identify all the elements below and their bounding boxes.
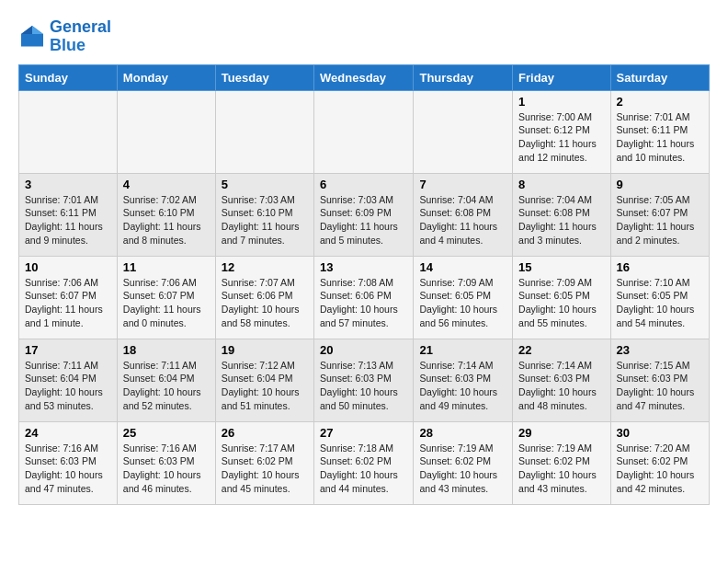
- header-day-wednesday: Wednesday: [314, 64, 414, 90]
- svg-marker-1: [32, 26, 43, 34]
- day-detail: Sunrise: 7:16 AM Sunset: 6:03 PM Dayligh…: [25, 442, 111, 496]
- calendar-cell: [19, 90, 118, 173]
- calendar-cell: 15Sunrise: 7:09 AM Sunset: 6:05 PM Dayli…: [513, 256, 610, 339]
- calendar-cell: 18Sunrise: 7:11 AM Sunset: 6:04 PM Dayli…: [117, 339, 215, 421]
- header-day-friday: Friday: [513, 64, 610, 90]
- calendar-cell: [215, 90, 313, 173]
- day-number: 24: [25, 426, 111, 440]
- day-number: 18: [123, 343, 210, 357]
- calendar-cell: 9Sunrise: 7:05 AM Sunset: 6:07 PM Daylig…: [610, 173, 709, 256]
- calendar-cell: 14Sunrise: 7:09 AM Sunset: 6:05 PM Dayli…: [414, 256, 513, 339]
- day-number: 29: [518, 426, 604, 440]
- day-detail: Sunrise: 7:03 AM Sunset: 6:10 PM Dayligh…: [222, 193, 308, 247]
- day-number: 5: [222, 178, 308, 191]
- calendar-cell: 19Sunrise: 7:12 AM Sunset: 6:04 PM Dayli…: [215, 339, 313, 421]
- week-row-5: 24Sunrise: 7:16 AM Sunset: 6:03 PM Dayli…: [19, 421, 710, 504]
- day-number: 28: [419, 426, 506, 440]
- week-row-3: 10Sunrise: 7:06 AM Sunset: 6:07 PM Dayli…: [19, 256, 710, 339]
- calendar-cell: 4Sunrise: 7:02 AM Sunset: 6:10 PM Daylig…: [117, 173, 215, 256]
- day-detail: Sunrise: 7:06 AM Sunset: 6:07 PM Dayligh…: [123, 276, 210, 330]
- week-row-2: 3Sunrise: 7:01 AM Sunset: 6:11 PM Daylig…: [19, 173, 710, 256]
- day-number: 22: [518, 343, 604, 357]
- day-number: 12: [222, 260, 308, 274]
- week-row-1: 1Sunrise: 7:00 AM Sunset: 6:12 PM Daylig…: [19, 90, 710, 173]
- header-day-tuesday: Tuesday: [215, 64, 313, 90]
- calendar-cell: 20Sunrise: 7:13 AM Sunset: 6:03 PM Dayli…: [314, 339, 414, 421]
- calendar-cell: 10Sunrise: 7:06 AM Sunset: 6:07 PM Dayli…: [19, 256, 118, 339]
- day-detail: Sunrise: 7:13 AM Sunset: 6:03 PM Dayligh…: [320, 359, 407, 413]
- day-number: 2: [617, 95, 703, 109]
- day-detail: Sunrise: 7:07 AM Sunset: 6:06 PM Dayligh…: [222, 276, 308, 330]
- calendar-cell: 7Sunrise: 7:04 AM Sunset: 6:08 PM Daylig…: [414, 173, 513, 256]
- day-detail: Sunrise: 7:01 AM Sunset: 6:11 PM Dayligh…: [617, 110, 703, 165]
- logo-icon: [18, 23, 46, 51]
- day-detail: Sunrise: 7:06 AM Sunset: 6:07 PM Dayligh…: [25, 276, 111, 330]
- week-row-4: 17Sunrise: 7:11 AM Sunset: 6:04 PM Dayli…: [19, 339, 710, 421]
- calendar-cell: 2Sunrise: 7:01 AM Sunset: 6:11 PM Daylig…: [610, 90, 709, 173]
- day-number: 25: [123, 426, 210, 440]
- day-number: 30: [617, 426, 703, 440]
- calendar-cell: 17Sunrise: 7:11 AM Sunset: 6:04 PM Dayli…: [19, 339, 118, 421]
- logo: General Blue: [18, 18, 111, 55]
- day-detail: Sunrise: 7:02 AM Sunset: 6:10 PM Dayligh…: [123, 193, 210, 247]
- day-detail: Sunrise: 7:05 AM Sunset: 6:07 PM Dayligh…: [617, 193, 703, 247]
- calendar-cell: 25Sunrise: 7:16 AM Sunset: 6:03 PM Dayli…: [117, 421, 215, 504]
- day-number: 10: [25, 260, 111, 274]
- day-number: 20: [320, 343, 407, 357]
- day-number: 15: [518, 260, 604, 274]
- calendar-cell: 5Sunrise: 7:03 AM Sunset: 6:10 PM Daylig…: [215, 173, 313, 256]
- day-detail: Sunrise: 7:16 AM Sunset: 6:03 PM Dayligh…: [123, 442, 210, 496]
- calendar-cell: 8Sunrise: 7:04 AM Sunset: 6:08 PM Daylig…: [513, 173, 610, 256]
- calendar-cell: [117, 90, 215, 173]
- day-number: 23: [617, 343, 703, 357]
- day-number: 3: [25, 178, 111, 191]
- day-number: 21: [419, 343, 506, 357]
- day-detail: Sunrise: 7:00 AM Sunset: 6:12 PM Dayligh…: [518, 110, 604, 165]
- day-number: 6: [320, 178, 407, 191]
- day-detail: Sunrise: 7:18 AM Sunset: 6:02 PM Dayligh…: [320, 442, 407, 496]
- day-detail: Sunrise: 7:20 AM Sunset: 6:02 PM Dayligh…: [617, 442, 703, 496]
- page-header: General Blue: [18, 18, 710, 55]
- header-row: SundayMondayTuesdayWednesdayThursdayFrid…: [19, 64, 710, 90]
- day-number: 14: [419, 260, 506, 274]
- calendar-cell: 21Sunrise: 7:14 AM Sunset: 6:03 PM Dayli…: [414, 339, 513, 421]
- logo-text: General Blue: [50, 18, 111, 55]
- day-number: 4: [123, 178, 210, 191]
- calendar-cell: 24Sunrise: 7:16 AM Sunset: 6:03 PM Dayli…: [19, 421, 118, 504]
- calendar-cell: 1Sunrise: 7:00 AM Sunset: 6:12 PM Daylig…: [513, 90, 610, 173]
- calendar-cell: 16Sunrise: 7:10 AM Sunset: 6:05 PM Dayli…: [610, 256, 709, 339]
- calendar-cell: 11Sunrise: 7:06 AM Sunset: 6:07 PM Dayli…: [117, 256, 215, 339]
- calendar-cell: 30Sunrise: 7:20 AM Sunset: 6:02 PM Dayli…: [610, 421, 709, 504]
- day-number: 13: [320, 260, 407, 274]
- day-number: 9: [617, 178, 703, 191]
- calendar-cell: [414, 90, 513, 173]
- day-detail: Sunrise: 7:15 AM Sunset: 6:03 PM Dayligh…: [617, 359, 703, 413]
- calendar-cell: 26Sunrise: 7:17 AM Sunset: 6:02 PM Dayli…: [215, 421, 313, 504]
- day-detail: Sunrise: 7:04 AM Sunset: 6:08 PM Dayligh…: [419, 193, 506, 247]
- calendar-table: SundayMondayTuesdayWednesdayThursdayFrid…: [18, 64, 710, 505]
- day-number: 11: [123, 260, 210, 274]
- calendar-cell: 6Sunrise: 7:03 AM Sunset: 6:09 PM Daylig…: [314, 173, 414, 256]
- header-day-monday: Monday: [117, 64, 215, 90]
- day-detail: Sunrise: 7:14 AM Sunset: 6:03 PM Dayligh…: [518, 359, 604, 413]
- day-detail: Sunrise: 7:11 AM Sunset: 6:04 PM Dayligh…: [123, 359, 210, 413]
- calendar-cell: 22Sunrise: 7:14 AM Sunset: 6:03 PM Dayli…: [513, 339, 610, 421]
- day-number: 8: [518, 178, 604, 191]
- calendar-cell: 23Sunrise: 7:15 AM Sunset: 6:03 PM Dayli…: [610, 339, 709, 421]
- header-day-sunday: Sunday: [19, 64, 118, 90]
- day-detail: Sunrise: 7:17 AM Sunset: 6:02 PM Dayligh…: [222, 442, 308, 496]
- calendar-cell: 29Sunrise: 7:19 AM Sunset: 6:02 PM Dayli…: [513, 421, 610, 504]
- day-detail: Sunrise: 7:14 AM Sunset: 6:03 PM Dayligh…: [419, 359, 506, 413]
- header-day-saturday: Saturday: [610, 64, 709, 90]
- day-detail: Sunrise: 7:12 AM Sunset: 6:04 PM Dayligh…: [222, 359, 308, 413]
- day-detail: Sunrise: 7:19 AM Sunset: 6:02 PM Dayligh…: [419, 442, 506, 496]
- day-detail: Sunrise: 7:09 AM Sunset: 6:05 PM Dayligh…: [518, 276, 604, 330]
- day-detail: Sunrise: 7:08 AM Sunset: 6:06 PM Dayligh…: [320, 276, 407, 330]
- calendar-cell: 13Sunrise: 7:08 AM Sunset: 6:06 PM Dayli…: [314, 256, 414, 339]
- calendar-cell: 3Sunrise: 7:01 AM Sunset: 6:11 PM Daylig…: [19, 173, 118, 256]
- day-number: 19: [222, 343, 308, 357]
- header-day-thursday: Thursday: [414, 64, 513, 90]
- calendar-cell: [314, 90, 414, 173]
- day-detail: Sunrise: 7:04 AM Sunset: 6:08 PM Dayligh…: [518, 193, 604, 247]
- day-detail: Sunrise: 7:09 AM Sunset: 6:05 PM Dayligh…: [419, 276, 506, 330]
